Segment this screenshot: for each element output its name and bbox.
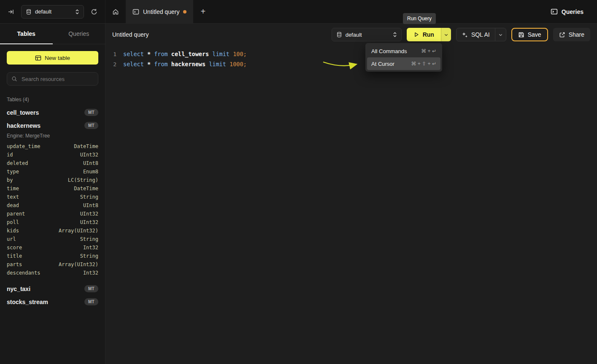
code-line: 1select * from cell_towers limit 100; [105,49,597,59]
column-name: id [7,152,13,158]
column-name: parent [7,211,25,217]
engine-badge: MT [84,285,98,292]
column-type: UInt32 [80,152,98,158]
table-name: nyc_taxi [7,286,30,292]
save-button[interactable]: Save [511,28,548,41]
column-row: parentUInt32 [0,210,105,218]
topbar-database-selector[interactable]: default [21,5,84,19]
sidebar-tab-tables[interactable]: Tables [0,24,53,44]
engine-badge: MT [84,109,98,116]
database-icon [26,9,32,15]
search-icon [11,76,17,82]
table-name: stocks_stream [7,299,48,305]
column-name: descendants [7,270,40,276]
sql-editor[interactable]: 1select * from cell_towers limit 100;2se… [105,46,597,364]
query-database-selector[interactable]: default [332,28,402,41]
refresh-button[interactable] [89,7,99,17]
sql-ai-button-group: SQL AI [456,28,506,41]
sql-ai-button[interactable]: SQL AI [457,28,495,41]
column-name: deleted [7,160,28,166]
column-row: descendantsInt32 [0,269,105,277]
column-row: titleString [0,252,105,260]
new-tab-button[interactable]: + [193,0,213,23]
topbar-right: Queries [548,0,597,23]
table-name: cell_towers [7,109,39,116]
column-name: url [7,236,16,242]
sql-console-app: default Untitl [0,0,597,364]
share-button-label: Share [569,31,584,38]
run-query-tooltip: Run Query [403,13,436,24]
table-icon [35,55,41,61]
play-icon [413,32,419,38]
column-type: Int32 [83,270,98,276]
chevron-down-icon [444,32,448,37]
sidebar-table-nyc_taxi[interactable]: nyc_taxiMT [0,282,105,295]
queries-button[interactable]: Queries [548,8,586,16]
column-row: timeDateTime [0,184,105,193]
run-button-label: Run [423,31,434,38]
column-name: text [7,194,19,200]
run-options-caret-button[interactable] [441,28,451,41]
sidebar-table-cell_towers[interactable]: cell_towersMT [0,106,105,119]
topbar-left-controls: default [0,0,105,23]
tab-untitled-query[interactable]: Untitled query [126,0,193,23]
queries-icon [551,8,558,15]
column-type: UInt32 [80,211,98,217]
column-name: by [7,177,13,183]
sidebar-table-stocks_stream[interactable]: stocks_streamMT [0,295,105,308]
sql-ai-label: SQL AI [471,31,490,38]
run-menu-item-at-cursor[interactable]: At Cursor⌘ + ⇧ + ↵ [367,57,440,70]
sql-ai-caret-button[interactable] [495,28,506,41]
collapse-sidebar-button[interactable] [6,7,16,17]
search-box [7,72,98,86]
column-name: dead [7,202,19,208]
column-name: score [7,245,22,251]
share-icon [559,32,565,38]
collapse-sidebar-icon [8,8,14,15]
column-row: scoreInt32 [0,243,105,252]
column-row: deletedUInt8 [0,159,105,167]
column-name: time [7,186,19,191]
run-menu-item-all-commands[interactable]: All Commands⌘ + ↵ [367,45,440,57]
database-icon [336,32,342,38]
column-type: UInt8 [83,160,98,166]
query-title: Untitled query [112,31,149,38]
column-type: LC(String) [68,177,98,183]
tables-section-label: Tables (4) [0,90,105,106]
engine-badge: MT [84,122,98,129]
save-button-label: Save [528,31,541,38]
sidebar: Tables Queries New table Tables (4) cell… [0,24,105,364]
share-button[interactable]: Share [553,28,590,41]
run-button[interactable]: Run [407,28,441,41]
column-name: update_time [7,143,40,149]
line-number: 2 [105,61,116,67]
new-table-button[interactable]: New table [7,51,98,65]
query-controls: default Run [332,28,590,41]
code-text: select * from cell_towers limit 100; [123,51,247,57]
column-row: textString [0,193,105,201]
query-database-value: default [346,32,362,38]
main-pane: Untitled query default [105,24,597,364]
search-resources-input[interactable] [21,75,97,83]
updown-chevron-icon [393,32,397,38]
unsaved-indicator-dot [183,10,186,13]
engine-badge: MT [84,298,98,305]
sidebar-table-hackernews[interactable]: hackernewsMT [0,119,105,132]
column-type: Array(UInt32) [59,262,98,267]
column-name: poll [7,219,19,225]
column-row: urlString [0,235,105,243]
home-tab[interactable] [105,0,126,23]
query-window-icon [132,8,139,15]
new-table-label: New table [45,55,70,61]
save-icon [518,32,524,38]
line-number: 1 [105,51,116,57]
column-row: typeEnum8 [0,167,105,176]
menu-item-shortcut: ⌘ + ⇧ + ↵ [411,61,436,67]
column-type: Enum8 [83,169,98,175]
sidebar-tab-queries[interactable]: Queries [53,24,105,44]
column-row: update_timeDateTime [0,142,105,151]
run-options-menu: All Commands⌘ + ↵At Cursor⌘ + ⇧ + ↵ [365,43,442,72]
column-type: Array(UInt32) [59,228,98,234]
updown-chevron-icon [75,9,79,15]
table-engine-label: Engine: MergeTree [0,132,105,142]
